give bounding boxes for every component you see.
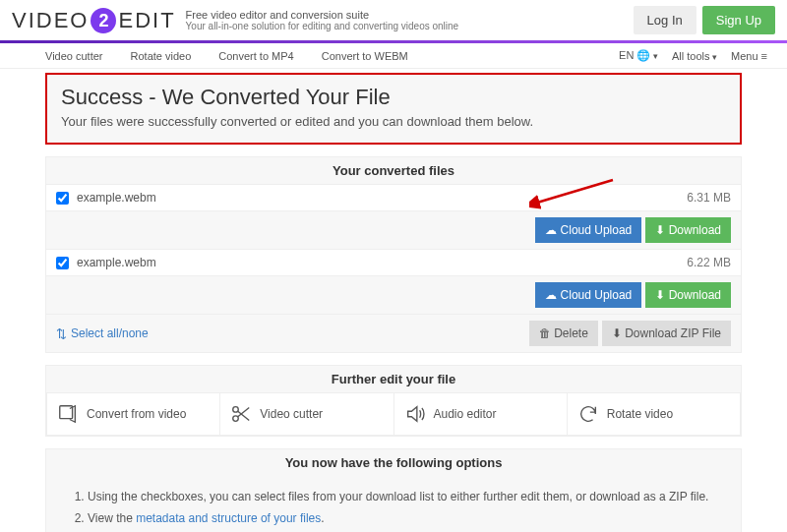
tool-label: Convert from video — [87, 407, 186, 421]
converted-files-panel: Your converted files example.webm 6.31 M… — [45, 156, 742, 353]
svg-point-1 — [233, 407, 239, 413]
success-title: Success - We Converted Your File — [61, 85, 726, 110]
cloud-upload-button[interactable]: ☁ Cloud Upload — [535, 217, 641, 243]
options-heading: You now have the following options — [46, 449, 741, 476]
tool-audio-editor[interactable]: Audio editor — [394, 393, 568, 435]
file-name: example.webm — [77, 256, 156, 269]
tool-video-cutter[interactable]: Video cutter — [220, 393, 394, 435]
file-row: example.webm 6.31 MB — [46, 184, 741, 211]
download-button[interactable]: ⬇ Download — [645, 217, 731, 243]
svg-point-2 — [233, 416, 239, 422]
signup-button[interactable]: Sign Up — [702, 6, 775, 34]
options-panel: You now have the following options Using… — [45, 448, 742, 532]
further-edit-heading: Further edit your file — [46, 366, 741, 392]
select-all-icon: ⇅ — [56, 326, 67, 341]
metadata-link[interactable]: metadata and structure of your files — [136, 511, 321, 525]
login-button[interactable]: Log In — [634, 6, 696, 34]
tagline-sub: Your all-in-one solution for editing and… — [186, 21, 459, 31]
language-menu[interactable]: EN 🌐 — [619, 49, 658, 62]
scissors-icon — [230, 403, 252, 425]
tool-convert-from-video[interactable]: Convert from video — [47, 393, 220, 435]
rotate-icon — [577, 403, 599, 425]
toolbar: Video cutter Rotate video Convert to MP4… — [0, 43, 787, 69]
delete-button[interactable]: 🗑 Delete — [529, 321, 598, 346]
nav-convert-mp4[interactable]: Convert to MP4 — [218, 50, 293, 62]
tool-rotate-video[interactable]: Rotate video — [568, 393, 740, 435]
success-subtitle: Your files were successfully converted o… — [61, 114, 726, 129]
nav-convert-webm[interactable]: Convert to WEBM — [322, 50, 408, 62]
tagline: Free video editor and conversion suite Y… — [186, 9, 459, 31]
further-edit-panel: Further edit your file Convert from vide… — [45, 365, 742, 437]
file-actions: ☁ Cloud Upload ⬇ Download — [46, 211, 741, 249]
logo-video: VIDEO — [12, 8, 89, 33]
logo-two: 2 — [91, 8, 116, 33]
converted-files-heading: Your converted files — [46, 157, 741, 184]
download-button[interactable]: ⬇ Download — [645, 282, 731, 308]
success-banner: Success - We Converted Your File Your fi… — [45, 73, 742, 145]
option-item: View the metadata and structure of your … — [88, 510, 717, 527]
nav-video-cutter[interactable]: Video cutter — [45, 50, 103, 62]
file-actions: ☁ Cloud Upload ⬇ Download — [46, 276, 741, 314]
tool-label: Rotate video — [607, 407, 673, 421]
option-item: Using the checkboxes, you can select fil… — [88, 489, 717, 505]
tool-label: Video cutter — [260, 407, 323, 421]
cloud-upload-button[interactable]: ☁ Cloud Upload — [535, 282, 641, 308]
tool-label: Audio editor — [434, 407, 497, 421]
file-checkbox[interactable] — [56, 192, 69, 205]
tagline-title: Free video editor and conversion suite — [186, 9, 459, 21]
nav-rotate-video[interactable]: Rotate video — [131, 50, 192, 62]
logo[interactable]: VIDEO 2 EDIT — [12, 8, 176, 33]
download-zip-button[interactable]: ⬇ Download ZIP File — [602, 321, 731, 346]
file-name: example.webm — [77, 191, 156, 205]
logo-edit: EDIT — [118, 8, 175, 33]
file-row: example.webm 6.22 MB — [46, 249, 741, 276]
file-size: 6.22 MB — [687, 256, 731, 269]
bulk-actions-row: ⇅ Select all/none 🗑 Delete ⬇ Download ZI… — [46, 314, 741, 352]
edit-icon — [57, 403, 79, 425]
header: VIDEO 2 EDIT Free video editor and conve… — [0, 0, 787, 40]
all-tools-menu[interactable]: All tools — [672, 50, 717, 62]
audio-icon — [404, 403, 426, 425]
file-size: 6.31 MB — [687, 191, 731, 205]
select-all-link[interactable]: Select all/none — [71, 326, 149, 340]
file-checkbox[interactable] — [56, 257, 69, 269]
main-menu[interactable]: Menu ≡ — [731, 50, 767, 62]
